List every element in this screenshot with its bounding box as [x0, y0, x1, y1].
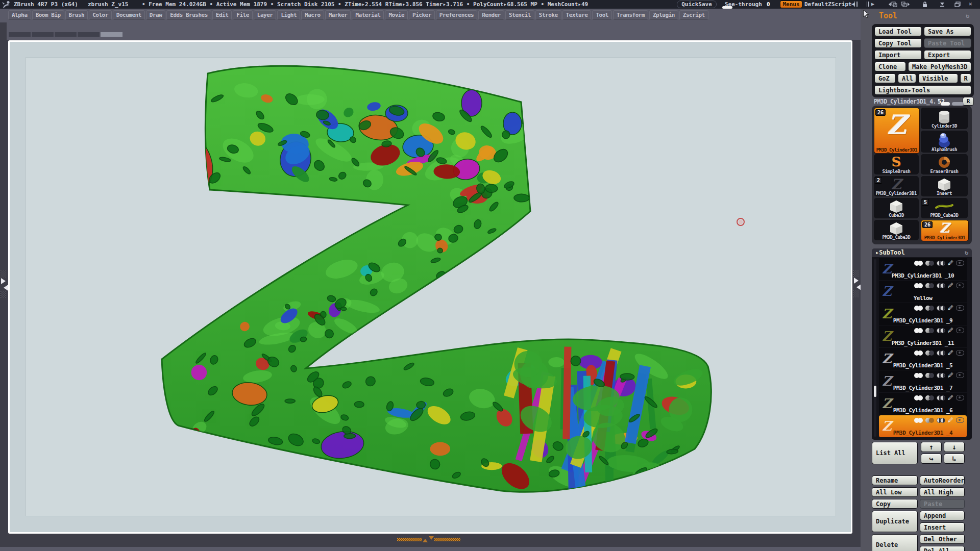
- tool-thumb-merged-graf[interactable]: 5 PM3D_Cube3D: [921, 198, 968, 218]
- subtool-item[interactable]: Z🖉Yellow: [879, 281, 967, 303]
- active-tool-thumbnail[interactable]: 26 Z PM3D_Cylinder3D1: [874, 108, 920, 154]
- visibility-pair-icon[interactable]: [914, 395, 923, 400]
- subtool-move-top-button[interactable]: ↪: [921, 454, 942, 464]
- subtool-item[interactable]: Z🖉PM3D_Cylinder3D1 _7: [879, 370, 967, 392]
- strip-segment-active[interactable]: [101, 32, 122, 37]
- tool-thumb-pm3d-cube3d[interactable]: PM3D_Cube3D: [874, 220, 919, 240]
- paintbrush-icon[interactable]: 🖉: [948, 328, 953, 333]
- mask-pair-icon[interactable]: [937, 373, 945, 378]
- tool-scroll-pill-2[interactable]: [952, 102, 964, 106]
- subtool-item[interactable]: Z🖉PM3D_Cylinder3D1 _10: [879, 258, 967, 280]
- subtool-move-up-button[interactable]: ↑: [921, 442, 942, 452]
- polypaint-pair-icon[interactable]: [925, 283, 934, 288]
- menu-alpha[interactable]: Alpha: [8, 10, 31, 20]
- sculpt-canvas[interactable]: [10, 42, 851, 532]
- subtool-item[interactable]: Z🖉PM3D_Cylinder3D1 _6: [879, 393, 967, 415]
- paintbrush-icon[interactable]: 🖉: [948, 283, 953, 288]
- menu-preferences[interactable]: Preferences: [436, 10, 477, 20]
- append-button[interactable]: Append: [920, 511, 965, 520]
- prev-window-icon[interactable]: [887, 2, 898, 7]
- tool-thumb-alphabrush[interactable]: AlphaBrush: [921, 131, 968, 153]
- tool-thumb-simplebrush[interactable]: S SimpleBrush: [874, 154, 919, 174]
- strip-segment[interactable]: [32, 32, 54, 37]
- polypaint-pair-icon[interactable]: [925, 306, 934, 311]
- menu-layer[interactable]: Layer: [254, 10, 277, 20]
- eye-icon[interactable]: [956, 328, 964, 333]
- eye-icon[interactable]: [956, 260, 964, 266]
- eye-icon[interactable]: [956, 395, 964, 400]
- paintbrush-icon[interactable]: 🖉: [948, 395, 953, 400]
- goz-all-button[interactable]: All: [898, 73, 916, 83]
- mask-pair-icon[interactable]: [937, 350, 945, 356]
- subtool-refresh-icon[interactable]: ↻: [965, 248, 968, 257]
- minimize-icon[interactable]: [939, 2, 945, 7]
- menu-color[interactable]: Color: [89, 10, 112, 20]
- subtool-item[interactable]: Z🖉PM3D_Cylinder3D1 _4: [879, 415, 967, 437]
- menu-render[interactable]: Render: [478, 10, 504, 20]
- default-zscript-button[interactable]: DefaultZScript: [804, 0, 852, 9]
- strip-segment[interactable]: [9, 32, 31, 37]
- menu-texture[interactable]: Texture: [562, 10, 592, 20]
- eye-icon[interactable]: [956, 283, 964, 288]
- tool-scroll-pill[interactable]: [941, 102, 950, 106]
- eye-icon[interactable]: [956, 305, 964, 311]
- save-as-button[interactable]: Save As: [924, 27, 971, 36]
- lock-icon[interactable]: [922, 1, 928, 8]
- menu-tool[interactable]: Tool: [592, 10, 612, 20]
- copy-tool-button[interactable]: Copy Tool: [874, 38, 922, 48]
- strip-segment[interactable]: [78, 32, 100, 37]
- strip-segment[interactable]: [55, 32, 77, 37]
- menu-light[interactable]: Light: [277, 10, 300, 20]
- tray-collapse-left-icon[interactable]: ◀: [851, 1, 859, 7]
- restore-icon[interactable]: [954, 2, 961, 7]
- insert-button[interactable]: Insert: [920, 522, 965, 532]
- eye-icon[interactable]: [956, 372, 964, 378]
- mask-pair-icon[interactable]: [937, 283, 945, 288]
- subtool-item[interactable]: Z🖉PM3D_Cylinder3D1 _9: [879, 303, 967, 325]
- next-window-icon[interactable]: [900, 2, 912, 7]
- polypaint-pair-icon[interactable]: [925, 373, 934, 378]
- mask-pair-icon[interactable]: [937, 328, 945, 333]
- export-button[interactable]: Export: [924, 50, 971, 60]
- paintbrush-icon[interactable]: 🖉: [948, 373, 953, 378]
- tool-thumb-insert[interactable]: Insert: [921, 176, 968, 196]
- menu-stencil[interactable]: Stencil: [505, 10, 534, 20]
- delete-button[interactable]: Delete: [872, 534, 918, 551]
- menu-movie[interactable]: Movie: [385, 10, 408, 20]
- polypaint-pair-icon[interactable]: [925, 261, 934, 266]
- polypaint-pair-icon[interactable]: [925, 328, 934, 333]
- quicksave-button[interactable]: QuickSave: [677, 1, 717, 8]
- close-icon[interactable]: ✕: [969, 1, 972, 7]
- menu-boom-bip[interactable]: Boom Bip: [32, 10, 64, 20]
- visibility-pair-icon[interactable]: [914, 306, 923, 311]
- menu-marker[interactable]: Marker: [325, 10, 351, 20]
- active-tool-r-button[interactable]: R: [963, 97, 974, 106]
- clone-button[interactable]: Clone: [874, 62, 906, 71]
- menu-document[interactable]: Document: [113, 10, 145, 20]
- polypaint-pair-icon[interactable]: [925, 350, 934, 356]
- all-low-button[interactable]: All Low: [872, 487, 918, 497]
- lightbox-tools-button[interactable]: Lightbox▸Tools: [874, 85, 971, 95]
- paintbrush-icon[interactable]: 🖉: [948, 306, 953, 311]
- visibility-pair-icon[interactable]: [914, 373, 923, 378]
- menu-picker[interactable]: Picker: [409, 10, 435, 20]
- subtool-item[interactable]: Z🖉PM3D_Cylinder3D1 _5: [879, 348, 967, 370]
- menu-stroke[interactable]: Stroke: [535, 10, 561, 20]
- tool-thumb-pm3d-cylinder-ghost[interactable]: 2 Z PM3D_Cylinder3D1: [874, 176, 919, 196]
- menu-zscript[interactable]: Zscript: [679, 10, 708, 20]
- goz-r-button[interactable]: R: [960, 73, 971, 83]
- bottom-tray-divider-handle[interactable]: [397, 536, 460, 542]
- menu-edit[interactable]: Edit: [212, 10, 232, 20]
- menu-macro[interactable]: Macro: [301, 10, 324, 20]
- rename-button[interactable]: Rename: [872, 475, 918, 485]
- visibility-pair-icon[interactable]: [914, 261, 923, 266]
- eye-icon[interactable]: [956, 350, 964, 356]
- del-all-button[interactable]: Del All: [920, 546, 965, 551]
- polypaint-pair-icon[interactable]: [925, 395, 934, 400]
- tool-thumb-cube3d[interactable]: Cube3D: [874, 198, 919, 218]
- subtool-scrollbar[interactable]: [874, 259, 876, 437]
- paintbrush-icon[interactable]: 🖉: [948, 418, 953, 423]
- subtool-header[interactable]: ▸SubTool ↻: [872, 248, 972, 257]
- tool-refresh-icon[interactable]: ↻: [966, 12, 969, 19]
- goz-button[interactable]: GoZ: [874, 73, 896, 83]
